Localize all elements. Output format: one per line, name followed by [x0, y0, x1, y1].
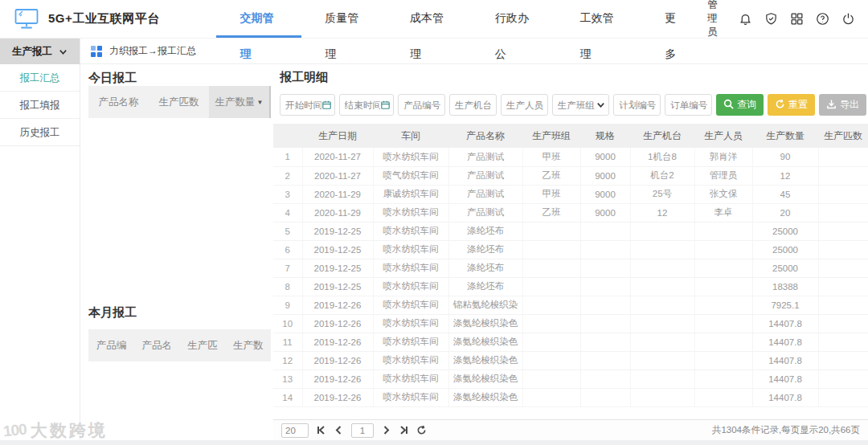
- table-cell: 9000: [580, 166, 630, 185]
- shield-check-icon[interactable]: [764, 12, 778, 26]
- nav-tab[interactable]: 更多: [641, 0, 707, 38]
- filter-input[interactable]: [665, 95, 711, 115]
- search-button[interactable]: 查询: [716, 94, 764, 116]
- today-header-cell[interactable]: 生产数量▼: [209, 86, 271, 118]
- table-cell: [630, 296, 694, 314]
- first-page-button[interactable]: [316, 425, 326, 435]
- column-header: 生产数量: [752, 124, 818, 148]
- filter-input[interactable]: [502, 95, 547, 115]
- table-cell: [818, 259, 868, 277]
- table-cell: [818, 185, 868, 203]
- bell-icon[interactable]: [739, 12, 752, 26]
- table-cell: 5: [273, 222, 302, 240]
- table-row[interactable]: 62019-12-25喷水纺织车间涤纶坯布25000: [273, 240, 868, 259]
- table-row[interactable]: 82019-12-25喷水纺织车间涤纶坯布18388: [273, 277, 868, 296]
- filter-input[interactable]: [614, 95, 660, 115]
- table-cell: 14407.8: [752, 333, 818, 351]
- table-row[interactable]: 42020-11-29喷水纺织车间产品测试乙班900012李卓20: [273, 203, 868, 222]
- sidebar-group-production-report[interactable]: 生产报工: [0, 39, 80, 64]
- sidebar-item[interactable]: 报工汇总: [0, 64, 80, 92]
- table-row[interactable]: 112019-12-26喷水纺织车间涤氨纶梭织染色14407.8: [273, 333, 868, 351]
- filter-input[interactable]: [340, 95, 394, 115]
- report-table-wrap: 生产日期车间产品名称生产班组规格生产机台生产人员生产数量生产匹数 12020-1…: [273, 124, 868, 418]
- table-cell: 12: [630, 203, 694, 222]
- table-cell: 涤纶坯布: [448, 222, 522, 240]
- table-cell: 2019-12-26: [302, 314, 373, 333]
- table-cell: 产品测试: [448, 203, 522, 222]
- page-size-input[interactable]: [281, 423, 309, 438]
- table-cell: [818, 240, 868, 259]
- refresh-icon[interactable]: [416, 425, 427, 435]
- sidebar-item[interactable]: 历史报工: [0, 119, 80, 146]
- month-header-cell[interactable]: 生产数: [225, 329, 271, 361]
- current-user[interactable]: 管理员: [707, 0, 727, 39]
- nav-tab[interactable]: 成本管理: [387, 0, 472, 38]
- table-cell: 25000: [752, 240, 818, 259]
- nav-tab[interactable]: 交期管理: [216, 0, 301, 38]
- table-cell: [522, 388, 580, 406]
- chevron-down-icon: [59, 47, 68, 56]
- table-cell: 喷水纺织车间: [373, 333, 448, 351]
- filter-input[interactable]: [399, 95, 444, 115]
- table-cell: 喷水纺织车间: [373, 314, 448, 333]
- reset-button-label: 重置: [788, 98, 808, 112]
- page-number-input[interactable]: [351, 423, 374, 438]
- table-row[interactable]: 32020-11-29康诚纺织车间产品测试甲班900025号张文保45: [273, 185, 868, 203]
- prev-page-button[interactable]: [334, 425, 344, 435]
- table-cell: [818, 203, 868, 222]
- table-cell: 14407.8: [752, 314, 818, 333]
- last-page-button[interactable]: [399, 425, 409, 435]
- table-cell: 9000: [580, 185, 630, 203]
- table-row[interactable]: 102019-12-26喷水纺织车间涤氨纶梭织染色14407.8: [273, 314, 868, 333]
- table-row[interactable]: 122019-12-26喷水纺织车间涤氨纶梭织染色14407.8: [273, 351, 868, 369]
- table-cell: 9: [273, 296, 302, 314]
- table-cell: 2019-12-26: [302, 388, 373, 406]
- next-page-button[interactable]: [381, 425, 391, 435]
- table-cell: [818, 148, 868, 166]
- table-row[interactable]: 12020-11-27喷水纺织车间产品测试甲班90001机台8郭肖洋90: [273, 148, 868, 166]
- filter-input[interactable]: [450, 95, 496, 115]
- apps-grid-icon[interactable]: [790, 12, 804, 26]
- sidebar-item[interactable]: 报工填报: [0, 92, 80, 119]
- table-cell: 2: [273, 166, 302, 185]
- table-cell: 锦粘氨纶梭织染: [448, 296, 522, 314]
- table-cell: 喷水纺织车间: [373, 259, 448, 277]
- power-icon[interactable]: [841, 12, 855, 26]
- breadcrumb: 力织报工→报工汇总: [109, 44, 196, 58]
- table-cell: [580, 314, 630, 333]
- table-cell: [818, 222, 868, 240]
- reset-button[interactable]: 重置: [768, 94, 815, 116]
- column-header: 产品名称: [448, 124, 522, 148]
- today-header-cell[interactable]: 产品名称: [88, 86, 149, 118]
- table-row[interactable]: 52019-12-25喷水纺织车间涤纶坯布25000: [273, 222, 868, 240]
- table-row[interactable]: 92019-12-26喷水纺织车间锦粘氨纶梭织染7925.1: [273, 296, 868, 314]
- nav-tab[interactable]: 质量管理: [301, 0, 387, 38]
- column-header: 生产人员: [694, 124, 752, 148]
- table-row[interactable]: 142019-12-26喷水纺织车间涤氨纶梭织染色14407.8: [273, 388, 868, 406]
- detail-title: 报工明细: [280, 70, 328, 85]
- sidebar-group-label: 生产报工: [12, 45, 52, 59]
- table-cell: 喷水纺织车间: [373, 222, 448, 240]
- table-cell: 4: [273, 203, 302, 222]
- table-row[interactable]: 22020-11-27喷气纺织车间产品测试乙班9000机台2管理员12: [273, 166, 868, 185]
- table-cell: 12: [273, 351, 302, 369]
- month-report-title: 本月报工: [88, 305, 137, 320]
- filter-input[interactable]: [280, 95, 334, 115]
- month-header-cell[interactable]: 生产匹: [180, 329, 226, 361]
- month-header-cell[interactable]: 产品名: [134, 329, 180, 361]
- export-button[interactable]: 导出: [819, 94, 866, 116]
- table-row[interactable]: 72019-12-25喷水纺织车间涤纶坯布25000: [273, 259, 868, 277]
- help-icon[interactable]: [816, 12, 829, 26]
- table-cell: [818, 296, 868, 314]
- top-nav: 交期管理质量管理成本管理行政办公工效管理更多: [216, 0, 707, 38]
- platform-logo-icon: [14, 8, 39, 30]
- month-header-cell[interactable]: 产品编: [88, 329, 134, 361]
- table-cell: 康诚纺织车间: [373, 185, 448, 203]
- filter-input[interactable]: [553, 95, 609, 115]
- nav-tab[interactable]: 行政办公: [472, 0, 557, 38]
- today-header-cell[interactable]: 生产匹数: [149, 86, 209, 118]
- table-row[interactable]: 132019-12-26喷水纺织车间涤氨纶梭织染色14407.8: [273, 369, 868, 388]
- brand: 5G+工业互联网平台: [0, 0, 216, 38]
- nav-tab[interactable]: 工效管理: [556, 0, 641, 38]
- table-cell: 郭肖洋: [694, 148, 752, 166]
